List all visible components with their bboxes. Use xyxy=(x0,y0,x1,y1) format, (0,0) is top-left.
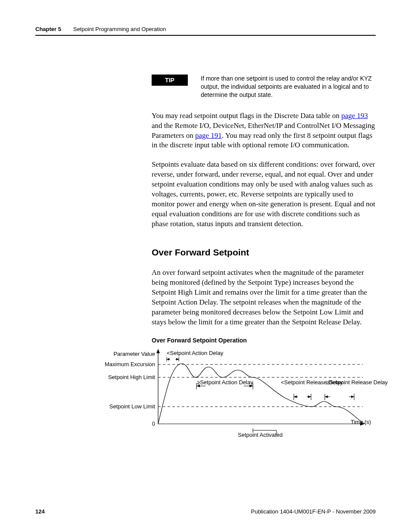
tip-callout: TIP If more than one setpoint is used to… xyxy=(152,75,376,99)
label-high-limit: Setpoint High Limit xyxy=(99,374,155,380)
svg-marker-28 xyxy=(325,395,328,398)
paragraph-over-forward: An over forward setpoint activates when … xyxy=(152,268,376,327)
label-time-axis: Time (s) xyxy=(351,419,371,425)
label-ge-action-delay: ≥Setpoint Action Delay xyxy=(197,379,253,386)
chapter-label: Chapter 5 xyxy=(35,26,61,32)
figure-title: Over Forward Setpoint Operation xyxy=(152,337,376,344)
link-page-191[interactable]: page 191 xyxy=(195,131,222,140)
chart-svg xyxy=(100,346,376,437)
paragraph-conditions: Setpoints evaluate data based on six dif… xyxy=(152,160,376,229)
tip-text: If more than one setpoint is used to con… xyxy=(201,75,376,99)
figure-over-forward-setpoint: Parameter Value Maximum Excursion Setpoi… xyxy=(100,346,376,437)
label-lt-action-delay: <Setpoint Action Delay xyxy=(167,350,223,356)
svg-marker-30 xyxy=(351,395,354,398)
link-page-193[interactable]: page 193 xyxy=(341,112,368,120)
page-header: Chapter 5 Setpoint Programming and Opera… xyxy=(35,26,376,36)
svg-marker-22 xyxy=(294,395,297,398)
text-fragment: You may read setpoint output flags in th… xyxy=(152,112,341,120)
paragraph-setpoint-flags: You may read setpoint output flags in th… xyxy=(152,111,376,151)
publication-id: Publication 1404-UM001F-EN-P - November … xyxy=(251,508,376,515)
svg-marker-24 xyxy=(308,395,311,398)
svg-marker-1 xyxy=(156,349,160,353)
label-lt-release-delay: <Setpoint Release Delay xyxy=(281,379,320,386)
label-ge-release-delay: ≥Setpoint Release Delay xyxy=(326,379,365,386)
subhead-over-forward: Over Forward Setpoint xyxy=(152,247,376,258)
label-low-limit: Setpoint Low Limit xyxy=(99,403,155,410)
page-number: 124 xyxy=(35,508,45,515)
svg-marker-12 xyxy=(176,358,179,361)
tip-badge: TIP xyxy=(152,75,188,86)
main-column: TIP If more than one setpoint is used to… xyxy=(152,75,376,437)
label-setpoint-activated: Setpoint Activated xyxy=(238,432,283,438)
chapter-title: Setpoint Programming and Operation xyxy=(73,26,166,32)
label-parameter-value: Parameter Value xyxy=(103,351,155,357)
page: Chapter 5 Setpoint Programming and Opera… xyxy=(0,0,411,532)
svg-marker-10 xyxy=(167,358,169,361)
label-max-excursion: Maximum Excursion xyxy=(99,361,155,367)
label-zero: 0 xyxy=(146,420,155,427)
page-footer: 124 Publication 1404-UM001F-EN-P - Novem… xyxy=(35,508,376,515)
